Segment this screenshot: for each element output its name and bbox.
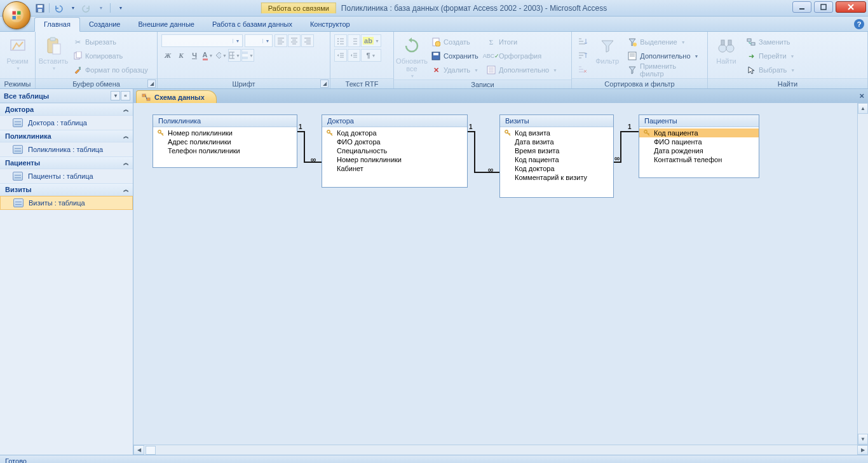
qat-redo-icon[interactable] — [81, 3, 92, 14]
table-title-visits[interactable]: Визиты — [500, 115, 613, 127]
select-button[interactable]: Выбрать▼ — [743, 64, 797, 76]
table-field[interactable]: Комментарий к визиту — [500, 173, 613, 182]
fill-color-button[interactable]: ▼ — [215, 49, 227, 62]
table-field[interactable]: Код доктора — [500, 164, 613, 173]
office-button[interactable] — [3, 1, 31, 29]
table-title-patients[interactable]: Пациенты — [639, 115, 759, 127]
advanced-filter-button[interactable]: Дополнительно▼ — [625, 50, 703, 62]
qat-customize-dropdown[interactable]: ▼ — [115, 3, 126, 14]
copy-button[interactable]: Копировать — [70, 50, 151, 62]
text-highlight-button[interactable]: ab▼ — [361, 34, 381, 47]
sort-desc-button[interactable] — [576, 50, 590, 62]
nav-collapse-icon[interactable]: « — [121, 91, 130, 100]
vertical-scrollbar[interactable]: ▲ ▼ — [857, 103, 868, 445]
table-box-doctors[interactable]: Доктора Код доктораФИО доктораСпециально… — [322, 114, 468, 188]
table-field[interactable]: Дата рождения — [639, 146, 759, 155]
qat-undo-dropdown[interactable]: ▼ — [67, 3, 79, 14]
replace-button[interactable]: Заменить — [743, 36, 797, 48]
clear-sort-button[interactable] — [576, 64, 590, 76]
spelling-button[interactable]: ABC✓Орфография — [484, 50, 560, 62]
gridlines-button[interactable]: ▼ — [228, 49, 241, 62]
cut-button[interactable]: ✂Вырезать — [70, 36, 151, 48]
horizontal-scrollbar[interactable]: ◀ ▶ — [133, 445, 868, 455]
save-record-button[interactable]: Сохранить — [428, 50, 481, 62]
table-field[interactable]: ФИО пациента — [639, 137, 759, 146]
table-field[interactable]: Специальность — [322, 146, 467, 155]
alt-row-color-button[interactable]: ▼ — [241, 49, 254, 62]
table-field[interactable]: Кабинет — [322, 164, 467, 173]
font-size-combo[interactable]: ▼ — [245, 34, 273, 47]
tab-design[interactable]: Конструктор — [301, 18, 359, 31]
qat-redo-dropdown[interactable]: ▼ — [95, 3, 107, 14]
nav-dropdown-icon[interactable]: ▾ — [111, 91, 120, 100]
scroll-left-button[interactable]: ◀ — [133, 445, 144, 455]
clipboard-launcher[interactable]: ◢ — [147, 79, 156, 88]
goto-button[interactable]: ➜Перейти▼ — [743, 50, 797, 62]
nav-item-visits[interactable]: Визиты : таблица — [0, 196, 133, 210]
sort-asc-button[interactable] — [576, 36, 590, 48]
close-button[interactable] — [836, 1, 866, 13]
table-field[interactable]: Дата визита — [500, 137, 613, 146]
table-title-clinic[interactable]: Поликлиника — [153, 115, 297, 127]
font-family-combo[interactable]: ▼ — [161, 34, 243, 47]
scroll-down-button[interactable]: ▼ — [858, 434, 868, 445]
scroll-up-button[interactable]: ▲ — [858, 103, 868, 114]
totals-button[interactable]: ΣИтоги — [484, 36, 560, 48]
nav-group-doctors[interactable]: Доктора︽ — [0, 103, 133, 116]
table-field[interactable]: Код пациента — [639, 128, 759, 137]
document-close-button[interactable]: × — [859, 91, 864, 100]
document-tab-relationships[interactable]: Схема данных — [136, 90, 217, 103]
table-field[interactable]: Адрес поликлиники — [153, 137, 297, 146]
table-field[interactable]: Время визита — [500, 146, 613, 155]
font-launcher[interactable]: ◢ — [320, 79, 329, 88]
nav-group-clinic[interactable]: Поликлиника︽ — [0, 130, 133, 142]
more-records-button[interactable]: Дополнительно▼ — [484, 64, 560, 76]
italic-button[interactable]: К — [175, 49, 187, 62]
format-painter-button[interactable]: Формат по образцу — [70, 64, 151, 76]
nav-box[interactable] — [146, 446, 156, 455]
selection-filter-button[interactable]: Выделение▼ — [625, 36, 703, 48]
tab-home[interactable]: Главная — [34, 17, 80, 32]
refresh-all-button[interactable]: Обновить все ▼ — [398, 34, 426, 79]
tab-create[interactable]: Создание — [80, 18, 130, 31]
table-box-clinic[interactable]: Поликлиника Номер поликлиникиАдрес полик… — [153, 114, 297, 168]
table-field[interactable]: Код визита — [500, 128, 613, 137]
nav-item-patients[interactable]: Пациенты : таблица — [0, 169, 133, 183]
font-color-button[interactable]: A▼ — [201, 49, 214, 62]
table-box-patients[interactable]: Пациенты Код пациентаФИО пациентаДата ро… — [639, 114, 759, 178]
table-field[interactable]: Номер поликлиники — [153, 128, 297, 137]
table-box-visits[interactable]: Визиты Код визитаДата визитаВремя визита… — [499, 114, 614, 198]
tab-external-data[interactable]: Внешние данные — [130, 18, 203, 31]
relationships-canvas[interactable]: Поликлиника Номер поликлиникиАдрес полик… — [133, 103, 868, 455]
find-button[interactable]: Найти — [712, 34, 741, 66]
qat-save-icon[interactable] — [34, 3, 46, 14]
table-field[interactable]: Номер поликлиники — [322, 155, 467, 164]
minimize-button[interactable] — [792, 1, 811, 13]
nav-item-clinic[interactable]: Поликлиника : таблица — [0, 142, 133, 156]
maximize-button[interactable] — [814, 1, 833, 13]
scroll-right-button[interactable]: ▶ — [857, 445, 868, 455]
table-field[interactable]: Телефон поликлиники — [153, 146, 297, 155]
delete-record-button[interactable]: ✕Удалить▼ — [428, 64, 481, 76]
qat-undo-icon[interactable] — [53, 3, 64, 14]
table-field[interactable]: Контактный телефон — [639, 155, 759, 164]
align-right-button[interactable] — [301, 34, 314, 47]
filter-button[interactable]: Фильтр — [592, 34, 622, 66]
nav-item-doctors[interactable]: Доктора : таблица — [0, 116, 133, 130]
nav-group-visits[interactable]: Визиты︽ — [0, 183, 133, 196]
number-list-button[interactable] — [348, 34, 360, 47]
help-button[interactable]: ? — [854, 19, 864, 29]
nav-header[interactable]: Все таблицы ▾ « — [0, 89, 133, 103]
bold-button[interactable]: Ж — [161, 49, 174, 62]
new-record-button[interactable]: Создать — [428, 36, 481, 48]
text-direction-button[interactable]: ¶▼ — [361, 49, 381, 62]
tab-database-tools[interactable]: Работа с базами данных — [203, 18, 301, 31]
nav-group-patients[interactable]: Пациенты︽ — [0, 156, 133, 169]
increase-indent-button[interactable] — [348, 49, 360, 62]
table-field[interactable]: Код доктора — [322, 128, 467, 137]
view-mode-button[interactable]: Режим ▼ — [4, 34, 31, 72]
underline-button[interactable]: Ч — [188, 49, 201, 62]
table-title-doctors[interactable]: Доктора — [322, 115, 467, 127]
align-left-button[interactable] — [275, 34, 287, 47]
bullet-list-button[interactable] — [334, 34, 347, 47]
